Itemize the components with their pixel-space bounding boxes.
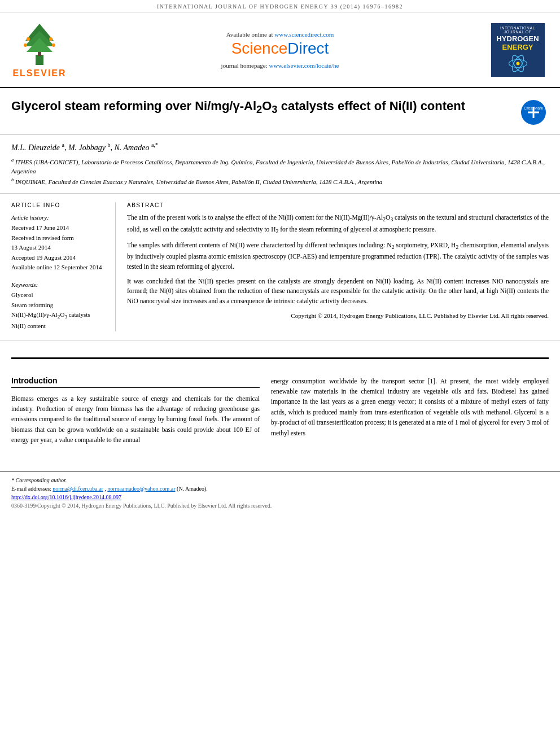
introduction-section: Introduction Biomass emerges as a key su… — [0, 368, 560, 454]
abstract-text: The aim of the present work is to analys… — [127, 213, 549, 321]
corresponding-author-note: * Corresponding author. — [11, 477, 549, 483]
email-2[interactable]: normaamadeo@yahoo.com.ar — [107, 486, 175, 492]
article-footer: * Corresponding author. E-mail addresses… — [0, 471, 560, 514]
available-online-text: Available online at www.sciencedirect.co… — [226, 31, 334, 38]
introduction-heading: Introduction — [11, 376, 260, 388]
footer-issn: 0360-3199/Copyright © 2014, Hydrogen Ene… — [11, 503, 549, 509]
received-revised-date: 13 August 2014 — [11, 243, 107, 253]
elsevier-tree-icon — [14, 21, 65, 66]
keyword-4: Ni(II) content — [11, 321, 107, 331]
journal-citation: INTERNATIONAL JOURNAL OF HYDROGEN ENERGY… — [157, 3, 403, 10]
journal-homepage-line: journal homepage: www.elsevier.com/locat… — [221, 62, 339, 69]
abstract-copyright: Copyright © 2014, Hydrogen Energy Public… — [127, 311, 549, 321]
abstract-heading: ABSTRACT — [127, 202, 549, 208]
introduction-left-column: Introduction Biomass emerges as a key su… — [11, 376, 260, 445]
article-info-panel: ARTICLE INFO Article history: Received 1… — [11, 202, 116, 331]
keyword-1: Glycerol — [11, 290, 107, 300]
crossmark-icon: CrossMark — [519, 98, 548, 126]
article-history: Article history: Received 17 June 2014 R… — [11, 213, 107, 273]
abstract-paragraph-1: The aim of the present work is to analys… — [127, 213, 549, 235]
affiliation-b: b INQUIMAE, Facultad de Ciencias Exactas… — [11, 177, 549, 186]
keyword-3: Ni(II)-Mg(II)/γ-Al2O3 catalysts — [11, 310, 107, 321]
svg-rect-0 — [36, 55, 43, 65]
svg-point-6 — [49, 37, 53, 41]
svg-point-8 — [52, 43, 55, 47]
article-title-section: Glycerol steam reforming over Ni/mg/γ-Al… — [0, 88, 560, 135]
received-date: Received 17 June 2014 — [11, 223, 107, 233]
affiliations: a ITHES (UBA-CONICET), Laboratorio de Pr… — [11, 157, 549, 187]
journal-homepage-url[interactable]: www.elsevier.com/locate/he — [269, 62, 339, 69]
keywords-section: Keywords: Glycerol Steam reforming Ni(II… — [11, 281, 107, 331]
hydrogen-energy-badge: International Journal of HYDROGEN ENERGY — [491, 23, 545, 77]
svg-point-7 — [24, 43, 27, 47]
keywords-list: Glycerol Steam reforming Ni(II)-Mg(II)/γ… — [11, 290, 107, 331]
elsevier-wordmark: ELSEVIER — [12, 68, 66, 78]
journal-center-info: Available online at www.sciencedirect.co… — [73, 18, 487, 81]
hydrogen-energy-logo: International Journal of HYDROGEN ENERGY — [487, 18, 549, 81]
sciencedirect-logo-text: ScienceDirect — [231, 40, 329, 58]
introduction-right-column: energy consumption worldwide by the tran… — [271, 376, 549, 445]
authors-line: M.L. Dieuzeide a, M. Jobbagy b, N. Amade… — [11, 142, 549, 152]
article-info-heading: ARTICLE INFO — [11, 202, 107, 208]
abstract-paragraph-3: It was concluded that the Ni(II) species… — [127, 277, 549, 307]
authors-section: M.L. Dieuzeide a, M. Jobbagy b, N. Amade… — [0, 135, 560, 194]
article-title: Glycerol steam reforming over Ni/mg/γ-Al… — [11, 98, 518, 116]
affiliation-a: a ITHES (UBA-CONICET), Laboratorio de Pr… — [11, 157, 549, 176]
svg-point-5 — [27, 37, 30, 41]
abstract-section: ABSTRACT The aim of the present work is … — [127, 202, 549, 331]
footer-emails: E-mail addresses: norma@di.fcen.uba.ar ,… — [11, 486, 549, 492]
sciencedirect-url[interactable]: www.sciencedirect.com — [274, 31, 334, 38]
history-label: Article history: — [11, 213, 107, 223]
journal-header-bar: INTERNATIONAL JOURNAL OF HYDROGEN ENERGY… — [0, 0, 560, 12]
elsevier-logo: ELSEVIER — [6, 18, 73, 81]
available-online-date: Available online 12 September 2014 — [11, 263, 107, 273]
email-1[interactable]: norma@di.fcen.uba.ar — [53, 486, 103, 492]
section-divider — [11, 357, 549, 359]
introduction-text-right: energy consumption worldwide by the tran… — [271, 376, 549, 438]
journal-masthead: ELSEVIER Available online at www.science… — [0, 12, 560, 88]
svg-point-12 — [516, 62, 519, 65]
article-info-abstract-section: ARTICLE INFO Article history: Received 1… — [0, 194, 560, 340]
footer-doi[interactable]: http://dx.doi.org/10.1016/j.ijhydene.201… — [11, 494, 549, 500]
keywords-label: Keywords: — [11, 281, 107, 288]
crossmark-badge[interactable]: CrossMark — [518, 98, 549, 129]
abstract-paragraph-2: The samples with different contents of N… — [127, 241, 549, 272]
received-revised-label: Received in revised form — [11, 233, 107, 243]
accepted-date: Accepted 19 August 2014 — [11, 253, 107, 263]
atom-icon — [508, 54, 528, 73]
introduction-text-left: Biomass emerges as a key sustainable sou… — [11, 394, 260, 445]
keyword-2: Steam reforming — [11, 300, 107, 311]
